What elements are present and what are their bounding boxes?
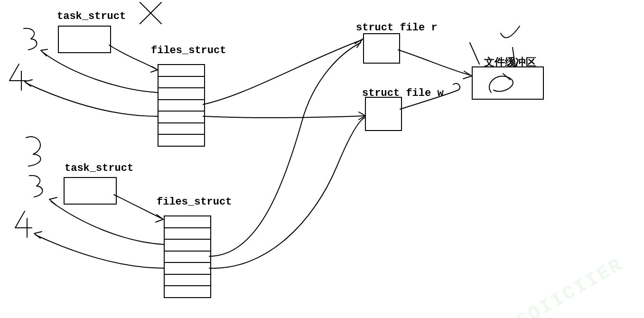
table-row: [159, 77, 204, 89]
table-row: [165, 286, 210, 297]
files-struct-bottom-label: files_struct: [157, 196, 232, 208]
table-row: [159, 123, 204, 135]
task-struct-bottom-box: [64, 177, 117, 205]
files-struct-bottom-table: [164, 215, 211, 298]
table-row: [159, 112, 204, 123]
task-struct-bottom-label: task_struct: [65, 162, 133, 174]
table-row: [165, 275, 210, 287]
table-row: [165, 240, 210, 252]
table-row: [159, 135, 204, 146]
table-row: [159, 100, 204, 112]
watermark: COIICIIER: [513, 254, 627, 318]
task-struct-top-box: [58, 26, 111, 53]
struct-file-r-label: struct file r: [356, 22, 438, 34]
files-struct-top-table: [158, 64, 205, 147]
task-struct-top-label: task_struct: [57, 10, 126, 22]
table-row: [159, 88, 204, 100]
file-buffer-box: [472, 66, 544, 100]
struct-file-w-box: [365, 97, 402, 131]
struct-file-r-box: [363, 33, 400, 64]
files-struct-top-label: files_struct: [151, 45, 226, 56]
table-row: [165, 216, 210, 228]
table-row: [165, 263, 210, 275]
table-row: [165, 252, 210, 263]
table-row: [165, 228, 210, 240]
table-row: [159, 65, 204, 77]
